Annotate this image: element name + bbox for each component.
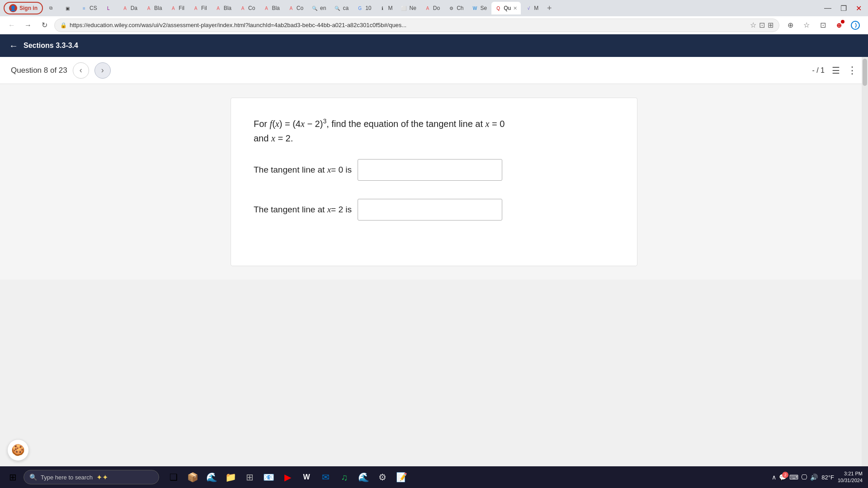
start-menu-button[interactable]: ⊞	[241, 468, 259, 486]
tab-cs-label: CS	[90, 5, 97, 11]
tab-ne-label: Ne	[409, 5, 416, 11]
tab-google[interactable]: G 10	[353, 2, 375, 14]
tab-new-tab[interactable]: ▣	[61, 2, 76, 14]
collections-button[interactable]: ⊡	[816, 18, 830, 33]
tab-bla2[interactable]: A Bla	[212, 2, 235, 14]
bookmark-icon[interactable]: ⊞	[768, 21, 774, 29]
back-button[interactable]: ←	[5, 19, 18, 32]
tab-m1-label: M	[388, 5, 392, 11]
tangent1-label-text: The tangent line at	[254, 165, 327, 175]
browser2-button[interactable]: 🌊	[354, 468, 373, 486]
tab-m2-label: M	[534, 5, 538, 11]
tab-search1[interactable]: 🔍 en	[308, 2, 330, 14]
question-nav-bar: Question 8 of 23 ‹ › - / 1 ☰ ⋮	[0, 57, 868, 84]
mail-button[interactable]: ✉	[316, 468, 335, 486]
tab-icon[interactable]: ⊡	[759, 21, 765, 29]
new-tab-button[interactable]: +	[543, 2, 556, 14]
tab-m2[interactable]: √ M	[522, 2, 542, 14]
ch-favicon: ⚙	[448, 5, 454, 11]
settings-button[interactable]: ⚙	[373, 468, 392, 486]
tab-ch[interactable]: ⚙ Ch	[444, 2, 467, 14]
url-bar[interactable]: 🔒 https://education.wiley.com/was/ui/v2/…	[54, 19, 779, 32]
forward-button[interactable]: →	[22, 19, 34, 32]
tab-co2-label: Co	[297, 5, 303, 11]
edge-sidebar-button[interactable]	[848, 18, 863, 33]
tab-bla1-label: Bla	[154, 5, 162, 11]
outlook-icon: 📧	[263, 472, 274, 483]
restore-button[interactable]: ❐	[838, 3, 849, 14]
edge-button[interactable]: 🌊	[203, 468, 221, 486]
next-question-button[interactable]: ›	[94, 62, 111, 79]
start-button[interactable]: ⊞	[4, 468, 22, 486]
tab-fil2-label: Fil	[201, 5, 207, 11]
lock-icon: 🔒	[60, 22, 67, 28]
list-view-icon[interactable]: ☰	[832, 65, 840, 76]
refresh-button[interactable]: ↻	[38, 19, 51, 32]
spotify-button[interactable]: ♫	[335, 468, 354, 486]
notification-icon[interactable]: 💬 2	[779, 474, 787, 481]
tangent2-row: The tangent line at x = 2 is	[254, 199, 614, 221]
outlook-button[interactable]: 📧	[259, 468, 278, 486]
tab-do[interactable]: A Do	[421, 2, 443, 14]
tab-da[interactable]: A Da	[118, 2, 141, 14]
youtube-icon: ▶	[284, 472, 291, 483]
amazon-button[interactable]: 📦	[184, 468, 202, 486]
monitor-icon[interactable]: 🖵	[801, 474, 807, 481]
taskbar-time[interactable]: 3:21 PM 10/31/2024	[838, 470, 863, 484]
prev-question-button[interactable]: ‹	[73, 62, 89, 79]
taskbar-search-icon: 🔍	[29, 474, 37, 481]
extensions-button[interactable]: ⊕	[783, 18, 797, 33]
close-button[interactable]: ✕	[853, 3, 864, 14]
tab-fil2[interactable]: A Fil	[189, 2, 211, 14]
tab-qu-label: Qu	[504, 5, 511, 11]
tab-m1[interactable]: ℹ M	[376, 2, 396, 14]
function-x2: x	[301, 119, 305, 129]
tab-l[interactable]: L	[102, 2, 118, 14]
tab-en-label: en	[320, 5, 326, 11]
tab-bla3[interactable]: A Bla	[259, 2, 283, 14]
tab-co2[interactable]: A Co	[284, 2, 307, 14]
tab-ne[interactable]: ⬜ Ne	[397, 2, 420, 14]
chevron-up-icon[interactable]: ∧	[772, 474, 776, 481]
tab-copy-icon[interactable]: ⧉	[44, 2, 60, 14]
tab-co1[interactable]: A Co	[236, 2, 259, 14]
tab-da-label: Da	[131, 5, 137, 11]
tab-fil1[interactable]: A Fil	[166, 2, 188, 14]
star-icon[interactable]: ☆	[750, 21, 756, 29]
scrollbar-thumb[interactable]	[863, 59, 867, 86]
youtube-button[interactable]: ▶	[278, 468, 297, 486]
system-tray-icons: ∧ 💬 2 ⌨ 🖵 🔊	[772, 474, 818, 481]
task-view-button[interactable]: ❑	[165, 468, 183, 486]
time-display: 3:21 PM	[844, 470, 863, 477]
tab-search2[interactable]: 🔍 ca	[330, 2, 352, 14]
minimize-button[interactable]: —	[821, 3, 834, 13]
cookie-button[interactable]: 🍪	[7, 439, 29, 461]
tangent2-input[interactable]	[358, 199, 502, 221]
wikipedia-button[interactable]: W	[297, 468, 316, 486]
question-counter: Question 8 of 23	[11, 66, 67, 75]
fil1-favicon: A	[170, 5, 176, 11]
favorites-button[interactable]: ☆	[799, 18, 814, 33]
back-arrow-button[interactable]: ←	[9, 41, 18, 51]
tab-se[interactable]: W Se	[468, 2, 491, 14]
more-button[interactable]: ⊕	[832, 18, 846, 33]
sign-in-button[interactable]: 👤 Sign in	[4, 2, 43, 14]
speaker-icon[interactable]: 🔊	[810, 474, 818, 481]
tab-ca-label: ca	[343, 5, 349, 11]
files-button[interactable]: 📁	[222, 468, 240, 486]
notes-icon: 📝	[396, 472, 407, 483]
tangent1-input[interactable]	[358, 159, 502, 181]
tab-cs[interactable]: ≡ CS	[77, 2, 101, 14]
tab-qu-active[interactable]: Q Qu ✕	[491, 2, 521, 14]
tab-bla1[interactable]: A Bla	[142, 2, 165, 14]
notes-button[interactable]: 📝	[392, 468, 410, 486]
tab-close-icon[interactable]: ✕	[513, 5, 517, 11]
window-controls: — ❐ ✕	[821, 3, 864, 14]
keyboard-icon[interactable]: ⌨	[789, 474, 798, 481]
tangent1-row: The tangent line at x = 0 is	[254, 159, 614, 181]
score-display: - / 1	[812, 66, 825, 75]
more-options-icon[interactable]: ⋮	[847, 65, 857, 76]
taskbar-search-bar[interactable]: 🔍 Type here to search ✦✦	[24, 470, 159, 484]
weather-temp: 82°F	[821, 474, 834, 481]
right-scrollbar[interactable]	[862, 57, 868, 466]
